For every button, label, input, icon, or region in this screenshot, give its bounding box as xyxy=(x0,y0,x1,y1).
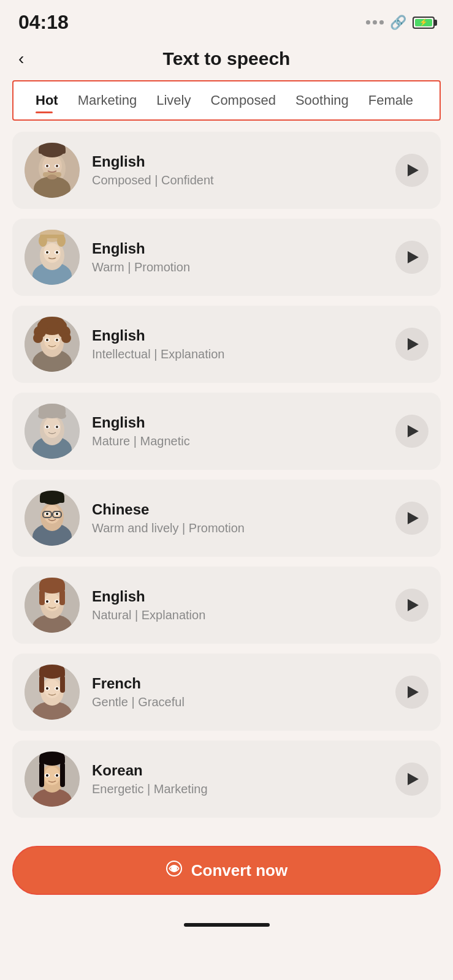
tab-marketing[interactable]: Marketing xyxy=(68,81,147,119)
battery-bolt: ⚡ xyxy=(419,18,428,26)
svg-rect-86 xyxy=(39,676,44,693)
svg-point-45 xyxy=(46,426,48,428)
tab-lively[interactable]: Lively xyxy=(147,81,200,119)
svg-rect-97 xyxy=(39,758,65,764)
convert-button[interactable]: Convert now xyxy=(12,846,441,895)
play-button[interactable] xyxy=(395,241,428,274)
svg-rect-87 xyxy=(60,676,65,693)
list-item: Chinese Warm and lively | Promotion xyxy=(12,480,441,557)
svg-rect-10 xyxy=(39,149,66,154)
svg-point-11 xyxy=(47,175,57,179)
avatar xyxy=(25,143,80,198)
status-icons: 🔗 ⚡ xyxy=(366,15,435,31)
voice-list: English Composed | Confident xyxy=(0,132,453,827)
link-icon: 🔗 xyxy=(390,15,406,31)
home-indicator xyxy=(0,913,453,933)
voice-tags: Intellectual | Explanation xyxy=(92,347,383,361)
list-item: English Composed | Confident xyxy=(12,132,441,209)
svg-point-38 xyxy=(56,320,67,331)
svg-point-83 xyxy=(56,687,58,690)
voice-language: English xyxy=(92,240,383,257)
home-bar xyxy=(184,923,270,927)
svg-point-58 xyxy=(56,513,58,515)
play-button[interactable] xyxy=(395,415,428,448)
svg-point-31 xyxy=(56,339,58,341)
svg-point-30 xyxy=(46,339,48,341)
avatar xyxy=(25,752,80,807)
svg-rect-63 xyxy=(40,497,64,503)
svg-point-94 xyxy=(46,774,48,777)
signal-icon xyxy=(366,20,384,24)
play-icon xyxy=(408,164,419,176)
convert-icon xyxy=(166,860,183,881)
list-item: English Warm | Promotion xyxy=(12,219,441,296)
voice-language: English xyxy=(92,414,383,431)
play-button[interactable] xyxy=(395,676,428,709)
avatar xyxy=(25,230,80,285)
tab-soothing[interactable]: Soothing xyxy=(286,81,359,119)
avatar xyxy=(25,317,80,372)
svg-point-19 xyxy=(56,251,58,254)
play-icon xyxy=(408,599,419,611)
svg-point-49 xyxy=(38,413,48,419)
svg-rect-74 xyxy=(39,590,45,605)
battery-icon: ⚡ xyxy=(413,17,435,29)
svg-point-7 xyxy=(46,165,48,167)
back-button[interactable]: ‹ xyxy=(18,49,24,69)
tab-female[interactable]: Female xyxy=(359,81,423,119)
voice-info: English Natural | Explanation xyxy=(92,588,383,622)
voice-tags: Composed | Confident xyxy=(92,173,383,187)
play-button[interactable] xyxy=(395,763,428,796)
tab-composed[interactable]: Composed xyxy=(201,81,286,119)
voice-info: French Gentle | Graceful xyxy=(92,675,383,709)
play-button[interactable] xyxy=(395,589,428,622)
header: ‹ Text to speech xyxy=(0,40,453,80)
play-icon xyxy=(408,773,419,785)
svg-rect-99 xyxy=(60,763,65,787)
voice-language: Chinese xyxy=(92,501,383,518)
play-button[interactable] xyxy=(395,502,428,535)
tab-hot[interactable]: Hot xyxy=(26,81,68,119)
list-item: English Natural | Explanation xyxy=(12,567,441,644)
svg-point-50 xyxy=(56,413,66,419)
play-icon xyxy=(408,338,419,350)
svg-rect-75 xyxy=(59,590,65,605)
svg-point-95 xyxy=(56,774,58,777)
avatar xyxy=(25,665,80,720)
list-item: Korean Energetic | Marketing xyxy=(12,741,441,818)
svg-point-71 xyxy=(56,600,58,603)
svg-point-82 xyxy=(46,687,48,690)
svg-point-46 xyxy=(56,426,58,428)
voice-tags: Gentle | Graceful xyxy=(92,695,383,709)
voice-language: French xyxy=(92,675,383,692)
list-item: English Mature | Magnetic xyxy=(12,393,441,470)
svg-point-35 xyxy=(33,333,43,343)
play-icon xyxy=(408,512,419,524)
svg-point-70 xyxy=(46,600,48,603)
avatar xyxy=(25,404,80,459)
svg-point-22 xyxy=(39,235,47,247)
play-button[interactable] xyxy=(395,328,428,361)
avatar xyxy=(25,578,80,633)
page-title: Text to speech xyxy=(163,48,291,69)
svg-point-57 xyxy=(46,513,48,515)
voice-tags: Energetic | Marketing xyxy=(92,782,383,796)
svg-rect-98 xyxy=(39,763,44,787)
svg-point-18 xyxy=(46,251,48,254)
play-button[interactable] xyxy=(395,154,428,187)
voice-language: English xyxy=(92,327,383,344)
voice-tags: Mature | Magnetic xyxy=(92,434,383,448)
voice-tags: Natural | Explanation xyxy=(92,608,383,622)
voice-info: Korean Energetic | Marketing xyxy=(92,762,383,796)
voice-info: English Intellectual | Explanation xyxy=(92,327,383,361)
voice-info: English Warm | Promotion xyxy=(92,240,383,274)
voice-language: Korean xyxy=(92,762,383,779)
list-item: English Intellectual | Explanation xyxy=(12,306,441,383)
convert-label: Convert now xyxy=(191,861,287,880)
play-icon xyxy=(408,686,419,698)
status-time: 04:18 xyxy=(18,11,69,34)
voice-info: English Composed | Confident xyxy=(92,153,383,187)
svg-point-8 xyxy=(56,165,58,167)
svg-point-36 xyxy=(61,333,71,343)
list-item: French Gentle | Graceful xyxy=(12,654,441,731)
